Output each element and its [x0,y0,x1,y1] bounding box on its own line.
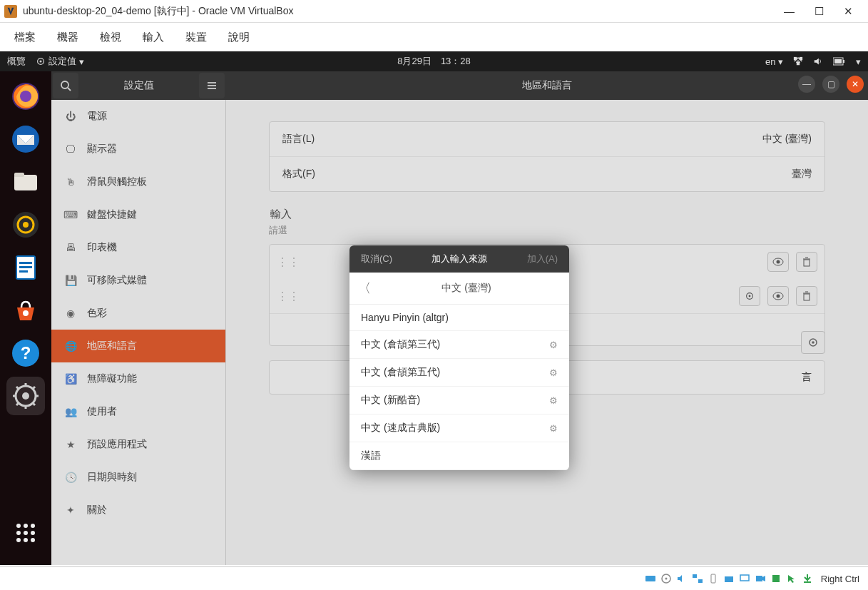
hamburger-button[interactable] [199,73,225,98]
content-title: 地區和語言 [522,79,572,92]
sidebar-item-displays[interactable]: 🖵顯示器 [51,133,225,166]
svg-point-15 [23,222,29,228]
star-icon: ★ [64,438,77,451]
svg-rect-69 [740,575,749,581]
dock-firefox[interactable] [6,77,45,116]
input-method-item[interactable]: Hanyu Pinyin (altgr) [349,305,569,331]
svg-text:?: ? [21,343,31,362]
vb-optical-icon[interactable] [660,572,673,585]
input-method-item[interactable]: 中文 (倉頡第五代)⚙ [349,359,569,387]
input-sources-label: 輸入 [270,208,824,221]
view-layout-button[interactable] [767,252,789,272]
input-method-item[interactable]: 中文 (新酷音)⚙ [349,387,569,414]
vb-network-icon[interactable] [691,572,704,585]
dock-settings[interactable] [6,377,45,415]
dock-libreoffice[interactable] [6,248,45,287]
minimize-button[interactable]: — [784,5,795,18]
dialog-add-button[interactable]: 加入(A) [516,245,569,273]
vb-recording-icon[interactable] [754,572,767,585]
sidebar-item-keyboard[interactable]: ⌨鍵盤快捷鍵 [51,198,225,231]
battery-icon [833,57,846,66]
vb-keyboard-captured-icon[interactable] [801,572,814,585]
search-button[interactable] [53,73,78,98]
dock-thunderbird[interactable] [6,120,45,158]
dock-help[interactable]: ? [6,334,45,372]
input-method-item[interactable]: 中文 (速成古典版)⚙ [349,414,569,442]
remove-source-button[interactable] [796,286,817,306]
system-indicators[interactable]: en ▾ ▾ [765,56,861,67]
language-row[interactable]: 語言(L) 中文 (臺灣) [270,122,824,157]
input-options-button[interactable] [801,331,825,354]
clock[interactable]: 8月29日 13：28 [397,55,471,68]
sidebar-item-default-apps[interactable]: ★預設應用程式 [51,428,225,461]
chevron-down-icon: ▾ [79,56,84,67]
app-menu[interactable]: 設定值 ▾ [36,55,84,68]
input-method-item[interactable]: 中文 (倉頡第三代)⚙ [349,331,569,359]
view-layout-button[interactable] [767,286,789,306]
vb-display-icon[interactable] [738,572,751,585]
sidebar-item-printers[interactable]: 🖶印表機 [51,231,225,264]
svg-point-1 [39,60,41,62]
close-button[interactable]: ✕ [844,5,853,18]
gear-icon: ⚙ [549,423,558,434]
accessibility-icon: ♿ [64,372,77,385]
svg-rect-62 [645,576,655,581]
sidebar-item-datetime[interactable]: 🕓日期與時刻 [51,461,225,494]
menu-devices[interactable]: 裝置 [185,31,207,44]
input-method-list: Hanyu Pinyin (altgr) 中文 (倉頡第三代)⚙ 中文 (倉頡第… [349,305,569,470]
format-row[interactable]: 格式(F) 臺灣 [270,157,824,191]
svg-line-32 [16,403,19,405]
dock-files[interactable] [6,163,45,201]
gnome-topbar: 概覽 設定值 ▾ 8月29日 13：28 en ▾ ▾ [0,51,868,71]
printer-icon: 🖶 [64,241,77,254]
svg-point-41 [24,538,28,542]
dialog-cancel-button[interactable]: 取消(C) [349,245,404,273]
window-minimize[interactable]: — [798,76,815,93]
back-button[interactable]: 〈 [358,280,372,297]
input-method-item[interactable]: 漢語 [349,442,569,470]
sidebar-item-removable[interactable]: 💾可移除式媒體 [51,264,225,297]
menu-machine[interactable]: 機器 [57,31,78,44]
svg-point-43 [61,81,68,88]
lang-indicator[interactable]: en ▾ [765,56,783,67]
vb-usb-icon[interactable] [707,572,720,585]
menu-file[interactable]: 檔案 [14,31,36,44]
vb-hdd-icon[interactable] [644,572,657,585]
svg-rect-70 [756,576,762,581]
vb-shared-folder-icon[interactable] [723,572,735,585]
sidebar-item-color[interactable]: ◉色彩 [51,297,225,330]
remove-source-button[interactable] [796,252,817,272]
add-input-source-dialog: 取消(C) 加入輸入來源 加入(A) 〈 中文 (臺灣) Hanyu Pinyi… [349,245,569,470]
virtualbox-titlebar: ubuntu-desktop-20_04-demo [執行中] - Oracle… [0,0,868,23]
menu-input[interactable]: 輸入 [143,31,164,44]
maximize-button[interactable]: ☐ [815,5,824,18]
grip-icon[interactable]: ⋮⋮ [277,290,300,303]
sidebar-item-power[interactable]: ⏻電源 [51,100,225,133]
window-maximize[interactable]: ▢ [822,76,839,93]
svg-rect-19 [19,266,32,268]
grip-icon[interactable]: ⋮⋮ [277,255,300,269]
settings-source-button[interactable] [739,286,760,306]
dock-software[interactable] [6,291,45,330]
sidebar-item-mouse[interactable]: 🖱滑鼠與觸控板 [51,166,225,198]
activities-button[interactable]: 概覽 [7,55,26,68]
svg-point-38 [24,531,28,535]
sidebar-title: 設定值 [80,79,198,92]
sidebar-item-users[interactable]: 👥使用者 [51,395,225,428]
dock-rhythmbox[interactable] [6,205,45,244]
menu-view[interactable]: 檢視 [100,31,121,44]
menu-help[interactable]: 說明 [228,31,250,44]
sidebar-item-about[interactable]: ✦關於 [51,494,225,527]
dialog-header: 取消(C) 加入輸入來源 加入(A) [349,245,569,273]
svg-rect-7 [834,59,842,63]
gear-icon [745,291,755,301]
sidebar-item-accessibility[interactable]: ♿無障礙功能 [51,362,225,395]
vb-cpu-icon[interactable] [770,572,782,585]
window-close[interactable]: ✕ [847,76,864,93]
svg-point-9 [20,91,31,102]
dock-show-apps[interactable] [6,514,45,552]
vb-mouse-integration-icon[interactable] [785,572,798,585]
gear-icon [807,337,819,348]
vb-audio-icon[interactable] [675,572,688,585]
sidebar-item-region[interactable]: 🌐地區和語言 [51,330,225,362]
